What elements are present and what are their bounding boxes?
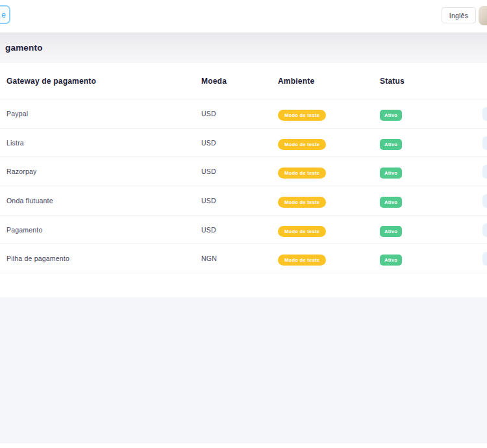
language-button-label: Inglês [449,12,468,19]
environment-badge: Modo de teste [278,139,326,150]
status-badge: Ativo [380,168,402,179]
status-badge: Ativo [380,255,402,266]
status-badge: Ativo [380,197,402,208]
row-action-button-cutoff[interactable] [482,252,487,266]
table-body: Paypal USD Modo de teste Ativo Listra US… [0,99,487,273]
gateway-name: Onda flutuante [6,197,201,205]
environment-badge: Modo de teste [278,168,326,179]
status-badge: Ativo [380,226,402,237]
currency-value: USD [201,197,278,205]
environment-badge: Modo de teste [278,110,326,121]
currency-value: USD [201,168,278,175]
status-badge: Ativo [380,110,402,121]
page-title: gamento [5,43,43,53]
gateway-name: Paypal [6,110,201,118]
page-header: gamento [0,32,487,63]
top-navbar: e Inglês [0,0,487,32]
table-header-row: Gateway de pagamento Moeda Ambiente Stat… [0,63,487,99]
row-action-button-cutoff[interactable] [482,165,487,179]
gateway-name: Pagamento [6,226,201,234]
table-row: Listra USD Modo de teste Ativo [0,129,487,158]
environment-badge: Modo de teste [278,255,326,266]
status-badge: Ativo [380,139,402,150]
currency-value: USD [201,110,278,118]
currency-value: USD [201,226,278,234]
environment-badge: Modo de teste [278,226,326,237]
currency-value: USD [201,139,278,147]
bottom-white-strip [0,443,487,448]
table-row: Onda flutuante USD Modo de teste Ativo [0,186,487,216]
footer-background [0,297,487,443]
row-action-button-cutoff[interactable] [482,107,487,121]
row-action-button-cutoff[interactable] [482,223,487,237]
language-button[interactable]: Inglês [442,7,476,23]
table-row: Paypal USD Modo de teste Ativo [0,99,487,129]
table-row: Pilha de pagamento NGN Modo de teste Ati… [0,244,487,273]
gateway-name: Listra [6,139,201,147]
gateway-name: Pilha de pagamento [6,255,201,262]
column-header-gateway: Gateway de pagamento [6,77,201,86]
environment-badge: Modo de teste [278,197,326,208]
cutoff-left-button[interactable]: e [0,5,10,24]
column-header-moeda: Moeda [201,77,278,86]
table-row: Pagamento USD Modo de teste Ativo [0,216,487,245]
row-action-button-cutoff[interactable] [482,194,487,208]
user-avatar[interactable] [479,6,487,25]
row-action-button-cutoff[interactable] [482,136,487,150]
currency-value: NGN [201,255,278,262]
page: e Inglês gamento Gateway de pagamento Mo… [0,0,487,448]
column-header-ambiente: Ambiente [278,77,380,86]
table-row: Razorpay USD Modo de teste Ativo [0,157,487,186]
cutoff-left-button-label: e [1,10,6,19]
gateways-table-card: Gateway de pagamento Moeda Ambiente Stat… [0,63,487,297]
column-header-status: Status [380,77,487,86]
gateway-name: Razorpay [6,168,201,175]
